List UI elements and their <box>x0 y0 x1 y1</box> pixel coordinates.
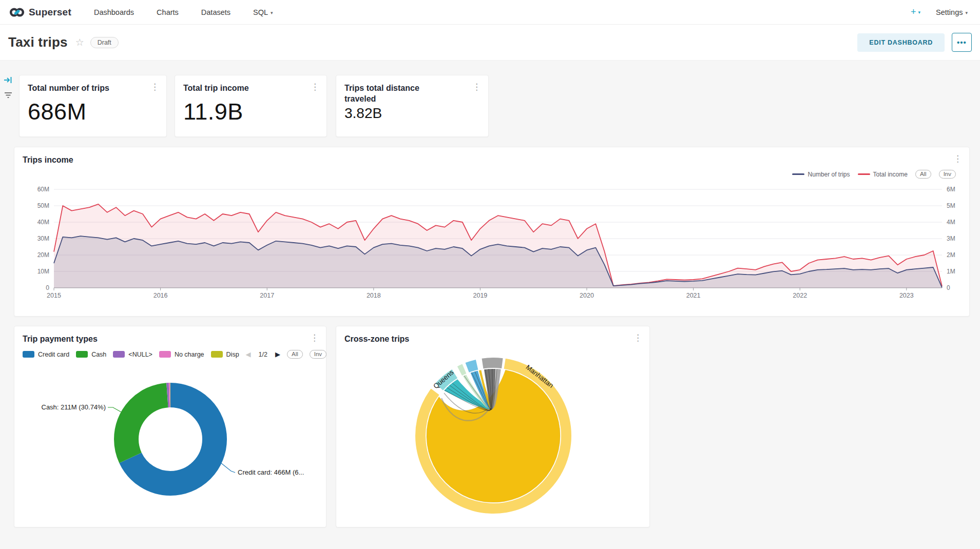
svg-text:2022: 2022 <box>793 292 807 299</box>
kpi-card-trip-income: Total trip income 11.9B <box>175 75 327 137</box>
svg-text:40M: 40M <box>37 219 49 226</box>
kebab-menu-icon[interactable] <box>309 82 321 92</box>
kebab-menu-icon[interactable] <box>470 82 483 92</box>
nav-sql-menu[interactable]: SQL <box>253 8 273 16</box>
kpi-value: 11.9B <box>175 93 326 125</box>
draft-badge: Draft <box>90 37 119 48</box>
new-item-button[interactable]: + <box>911 7 920 17</box>
svg-text:6M: 6M <box>947 186 955 193</box>
superset-infinity-icon <box>9 5 25 20</box>
svg-text:0: 0 <box>46 284 49 291</box>
svg-text:2M: 2M <box>947 251 955 259</box>
panel-title: Cross-zone trips <box>344 334 641 344</box>
svg-text:4M: 4M <box>947 219 955 226</box>
legend-inv-button[interactable]: Inv <box>939 170 956 179</box>
kpi-value: 3.82B <box>336 104 488 122</box>
panel-title: Trip payment types <box>23 334 318 344</box>
filter-icon[interactable] <box>4 91 12 99</box>
settings-menu[interactable]: Settings <box>936 8 968 16</box>
donut-label-credit-card: Credit card: 466M (6... <box>238 468 304 476</box>
expand-filter-bar-icon[interactable] <box>4 76 13 84</box>
favorite-star-icon[interactable] <box>75 36 84 48</box>
dashboard-more-button[interactable]: ••• <box>952 33 972 52</box>
legend-swatch <box>792 173 804 175</box>
svg-text:0: 0 <box>947 284 950 291</box>
svg-text:1M: 1M <box>947 268 955 275</box>
svg-text:2016: 2016 <box>153 292 168 299</box>
cross-zone-chord-chart[interactable]: ManhattanQueens <box>336 357 650 526</box>
kebab-menu-icon[interactable] <box>148 82 161 92</box>
legend-label: Total income <box>873 171 908 178</box>
brand-name: Superset <box>29 7 71 18</box>
svg-text:5M: 5M <box>947 202 955 209</box>
legend-label: Number of trips <box>808 171 850 178</box>
trips-income-panel: Trips income Number of tripsTotal income… <box>14 147 970 317</box>
kebab-menu-icon[interactable] <box>308 332 321 343</box>
dashboard-header: Taxi trips Draft EDIT DASHBOARD ••• <box>0 25 980 61</box>
nav-dashboards[interactable]: Dashboards <box>94 8 134 16</box>
svg-text:50M: 50M <box>37 202 49 209</box>
kebab-menu-icon[interactable] <box>631 332 644 343</box>
payment-types-panel: Trip payment types Credit cardCash<NULL>… <box>14 326 326 527</box>
cross-zone-panel: Cross-zone trips ManhattanQueens <box>336 326 650 527</box>
svg-text:2015: 2015 <box>47 292 61 299</box>
top-nav: Superset Dashboards Charts Datasets SQL … <box>0 0 980 25</box>
svg-text:2020: 2020 <box>580 292 594 299</box>
kebab-menu-icon[interactable] <box>951 153 964 164</box>
kpi-title: Total number of trips <box>28 83 158 93</box>
page-title: Taxi trips <box>8 34 68 50</box>
donut-label-cash: Cash: 211M (30.74%) <box>42 403 106 411</box>
zone-arc[interactable] <box>482 358 503 368</box>
panel-title: Trips income <box>23 154 961 165</box>
trips-income-line-chart[interactable]: 60M6M50M5M40M4M30M3M20M2M10M1M0020152016… <box>14 183 970 311</box>
trips-income-legend: Number of tripsTotal incomeAllInv <box>792 170 956 179</box>
kpi-card-total-distance: Trips total distance traveled 3.82B <box>336 75 489 137</box>
filter-rail <box>2 76 14 99</box>
svg-text:2023: 2023 <box>899 292 914 299</box>
svg-text:60M: 60M <box>37 186 49 193</box>
superset-logo[interactable]: Superset <box>9 5 71 20</box>
nav-charts[interactable]: Charts <box>157 8 179 16</box>
kpi-title: Total trip income <box>183 83 318 93</box>
legend-item[interactable]: Number of trips <box>792 171 850 178</box>
kpi-value: 686M <box>20 93 166 125</box>
legend-swatch <box>858 173 870 175</box>
edit-dashboard-button[interactable]: EDIT DASHBOARD <box>857 33 945 52</box>
zone-arc[interactable] <box>457 364 467 376</box>
legend-item[interactable]: Total income <box>858 171 908 178</box>
payment-types-donut-chart[interactable]: Cash: 211M (30.74%)Credit card: 466M (6.… <box>14 357 327 526</box>
svg-text:20M: 20M <box>37 251 49 259</box>
kpi-card-total-trips: Total number of trips 686M <box>19 75 167 137</box>
svg-text:2017: 2017 <box>260 292 274 299</box>
nav-datasets[interactable]: Datasets <box>201 8 230 16</box>
svg-text:2019: 2019 <box>473 292 487 299</box>
svg-text:3M: 3M <box>947 235 955 242</box>
svg-text:2018: 2018 <box>367 292 381 299</box>
zone-arc[interactable] <box>466 360 478 372</box>
svg-text:30M: 30M <box>37 235 49 242</box>
legend-all-button[interactable]: All <box>915 170 931 179</box>
svg-text:10M: 10M <box>37 268 49 275</box>
svg-text:2021: 2021 <box>686 292 701 299</box>
kpi-title: Trips total distance traveled <box>344 83 463 104</box>
